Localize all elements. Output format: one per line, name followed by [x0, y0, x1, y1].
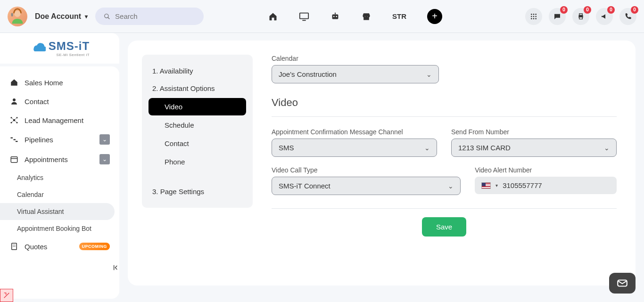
pipeline-icon — [9, 135, 19, 144]
upcoming-badge: UPCOMING — [79, 243, 110, 250]
logo-text: SMS-iT — [49, 40, 90, 53]
svg-line-31 — [11, 120, 14, 122]
home-icon — [9, 78, 19, 87]
call-type-select[interactable]: SMS-iT Connect ⌄ — [272, 177, 461, 195]
section-title: Video — [272, 97, 617, 109]
alert-number-input[interactable]: ▾ 3105557777 — [475, 177, 617, 194]
nav-booking-bot[interactable]: Appointment Booking Bot — [0, 220, 119, 237]
store-icon[interactable] — [361, 11, 372, 22]
step-availability[interactable]: 1. Availability — [146, 62, 249, 80]
chevron-down-icon: ▾ — [85, 13, 88, 20]
send-from-select[interactable]: 1213 SIM CARD ⌄ — [451, 139, 617, 157]
body: SMS-iT SE-Mi Sentient iT Sales Home Cont… — [0, 33, 644, 302]
debug-tab[interactable] — [0, 289, 13, 302]
right-controls: 0 0 0 0 — [525, 8, 636, 25]
channel-label: Appointment Confirmation Message Channel — [272, 128, 437, 136]
nav-quotes[interactable]: QuotesUPCOMING — [0, 237, 119, 256]
nav-lead-mgmt[interactable]: Lead Management — [0, 111, 119, 130]
nav-virtual-assistant[interactable]: Virtual Assistant — [0, 203, 115, 220]
chevron-down-icon: ⌄ — [424, 144, 430, 152]
svg-rect-36 — [11, 157, 17, 163]
calendar-value: Joe's Construction — [279, 70, 337, 78]
str-link[interactable]: STR — [392, 12, 406, 20]
svg-rect-35 — [16, 141, 18, 142]
logo-subtitle: SE-Mi Sentient iT — [30, 53, 90, 57]
nav-calendar[interactable]: Calendar — [0, 186, 119, 203]
row-channel-number: Appointment Confirmation Message Channel… — [272, 128, 617, 157]
chevron-down-icon[interactable]: ⌄ — [99, 134, 110, 145]
svg-rect-33 — [11, 138, 13, 139]
alert-value: 3105557777 — [503, 181, 542, 189]
svg-point-7 — [333, 16, 335, 17]
svg-rect-1 — [11, 13, 13, 16]
call-type-label: Video Call Type — [272, 166, 461, 174]
monitor-icon[interactable] — [299, 11, 309, 22]
announce-icon[interactable]: 0 — [596, 8, 613, 25]
chat-badge: 0 — [560, 6, 568, 14]
step-assistant-options[interactable]: 2. Assistant Options — [146, 80, 249, 97]
channel-select[interactable]: SMS ⌄ — [272, 139, 437, 157]
sidebar-column: SMS-iT SE-Mi Sentient iT Sales Home Cont… — [0, 33, 119, 302]
flag-dropdown-chev[interactable]: ▾ — [495, 183, 498, 188]
svg-point-8 — [336, 16, 337, 17]
nav-appointments[interactable]: Appointments⌄ — [0, 149, 119, 169]
svg-rect-22 — [579, 17, 583, 19]
nav-analytics[interactable]: Analytics — [0, 169, 119, 186]
svg-point-16 — [535, 16, 537, 17]
collapse-sidebar-icon[interactable] — [112, 263, 119, 272]
svg-point-18 — [533, 18, 535, 19]
svg-line-3 — [108, 17, 110, 19]
svg-point-12 — [533, 14, 535, 15]
phone-icon[interactable]: 0 — [619, 8, 636, 25]
alert-label: Video Alert Number — [475, 166, 617, 174]
svg-line-29 — [11, 118, 14, 120]
print-badge: 0 — [584, 6, 591, 14]
logo: SMS-iT SE-Mi Sentient iT — [0, 33, 119, 64]
chat-icon[interactable]: 0 — [549, 8, 566, 25]
account-switcher[interactable]: Doe Account ▾ — [35, 12, 88, 21]
chevron-down-icon[interactable]: ⌄ — [99, 154, 110, 164]
send-from-value: 1213 SIM CARD — [458, 144, 511, 152]
substep-phone[interactable]: Phone — [149, 153, 246, 171]
sidenav: Sales Home Contact Lead Management Pipel… — [0, 66, 119, 299]
cloud-icon — [30, 41, 46, 52]
nav-pipelines[interactable]: Pipelines⌄ — [0, 130, 119, 149]
substep-schedule[interactable]: Schedule — [149, 116, 246, 134]
robot-icon[interactable] — [330, 11, 340, 22]
avatar[interactable] — [8, 7, 27, 26]
svg-rect-4 — [300, 13, 308, 18]
nav-contact[interactable]: Contact — [0, 92, 119, 111]
calendar-icon — [9, 155, 19, 164]
chevron-down-icon: ⌄ — [448, 182, 454, 190]
form-area: Calendar Joe's Construction ⌄ Video Appo… — [272, 55, 617, 271]
row-calltype-alert: Video Call Type SMS-iT Connect ⌄ Video A… — [272, 166, 617, 195]
step-page-settings[interactable]: 3. Page Settings — [146, 183, 249, 200]
search-input[interactable] — [115, 12, 195, 20]
svg-line-30 — [14, 118, 17, 120]
topbar: Doe Account ▾ STR + 0 0 0 0 — [0, 0, 644, 33]
svg-point-13 — [535, 14, 537, 15]
steps-nav: 1. Availability 2. Assistant Options Vid… — [142, 55, 253, 208]
chevron-down-icon: ⌄ — [426, 71, 432, 78]
svg-rect-10 — [363, 16, 369, 20]
mail-icon — [616, 277, 628, 289]
apps-grid-icon[interactable] — [525, 8, 542, 25]
phone-badge: 0 — [631, 6, 638, 14]
substep-video[interactable]: Video — [149, 98, 246, 115]
home-icon[interactable] — [268, 11, 278, 22]
person-icon — [9, 97, 19, 106]
substep-contact[interactable]: Contact — [149, 135, 246, 152]
send-from-label: Send From Number — [451, 128, 617, 136]
add-button[interactable]: + — [427, 9, 442, 24]
calendar-label: Calendar — [272, 55, 617, 62]
svg-point-11 — [531, 14, 532, 15]
save-button[interactable]: Save — [422, 217, 466, 237]
print-icon[interactable]: 0 — [572, 8, 589, 25]
support-chat-fab[interactable] — [609, 273, 636, 294]
svg-point-2 — [105, 14, 108, 17]
calendar-select[interactable]: Joe's Construction ⌄ — [272, 65, 439, 83]
nav-sales-home[interactable]: Sales Home — [0, 73, 119, 92]
search-box[interactable] — [95, 8, 204, 25]
svg-point-14 — [531, 16, 532, 17]
svg-point-15 — [533, 16, 535, 17]
